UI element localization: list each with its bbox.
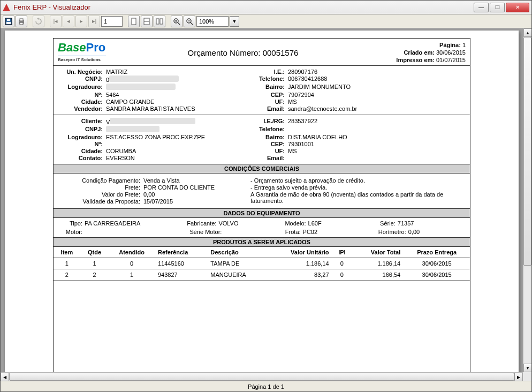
svg-rect-8 xyxy=(132,18,136,25)
svg-rect-3 xyxy=(7,19,10,21)
zoom-out-icon xyxy=(186,18,193,25)
save-button[interactable] xyxy=(3,16,14,27)
scroll-down-button[interactable]: ▼ xyxy=(523,364,531,372)
print-button[interactable] xyxy=(16,16,27,27)
table-row: 11011445160TAMPA DE1.186,1401.186,1430/0… xyxy=(54,258,470,269)
floppy-icon xyxy=(5,18,12,25)
section-cond: CONDIÇÕES COMERCIAIS xyxy=(54,164,470,174)
cond-block: Condição Pagamento:Venda a Vista Frete:P… xyxy=(54,174,470,208)
titlebar: Fenix ERP - Visualizador — ☐ ✕ xyxy=(1,1,531,14)
window-buttons: — ☐ ✕ xyxy=(474,3,529,12)
scroll-thumb[interactable] xyxy=(523,37,531,266)
company-block: Un. Negócio:MATRIZI.E.:280907176 CNPJ:0T… xyxy=(54,66,470,115)
svg-marker-7 xyxy=(37,18,39,20)
header-meta: Página: 1 Criado em: 30/06/2015 Impresso… xyxy=(369,41,466,64)
logo-block: BasePro Basepro IT Solutions xyxy=(58,41,117,64)
logo-text: BasePro xyxy=(58,41,117,55)
section-prod: PRODUTOS A SEREM APLICADOS xyxy=(54,237,470,247)
zoom-dropdown[interactable]: ▼ xyxy=(230,16,239,27)
paper: BasePro Basepro IT Solutions Orçamento N… xyxy=(5,31,519,379)
section-equip: DADOS DO EQUIPAMENTO xyxy=(54,208,470,218)
svg-line-14 xyxy=(178,22,180,25)
table-header: Item Qtde Atendido Referência Descrição … xyxy=(54,247,470,258)
two-pages-button[interactable] xyxy=(154,16,165,27)
svg-rect-5 xyxy=(20,19,23,21)
doc-title: Orçamento Número: 00051576 xyxy=(117,41,369,64)
equip-block: Tipo:PA CARREGADEIRA Fabricante:VOLVO Mo… xyxy=(54,218,470,229)
app-window: Fenix ERP - Visualizador — ☐ ✕ |◂ ◂ ▸ ▸|… xyxy=(0,0,532,392)
zoom-in-button[interactable] xyxy=(171,16,183,27)
minimize-button[interactable]: — xyxy=(474,3,489,12)
scroll-corner xyxy=(523,372,531,381)
maximize-button[interactable]: ☐ xyxy=(490,3,505,12)
scroll-up-button[interactable]: ▲ xyxy=(523,28,531,37)
prev-page-button[interactable]: ◂ xyxy=(63,16,74,27)
svg-rect-6 xyxy=(20,22,23,25)
zoom-input[interactable] xyxy=(196,16,229,27)
page-number-input[interactable] xyxy=(101,16,123,27)
first-page-button[interactable]: |◂ xyxy=(50,16,62,27)
table-row: 221943827MANGUEIRA83,270166,5430/06/2015 xyxy=(54,269,470,281)
page-icon xyxy=(130,18,138,25)
whole-page-button[interactable] xyxy=(141,16,153,27)
refresh-icon xyxy=(35,18,42,25)
viewport: BasePro Basepro IT Solutions Orçamento N… xyxy=(1,28,531,381)
logo-subtitle: Basepro IT Solutions xyxy=(58,57,117,62)
svg-rect-11 xyxy=(156,19,159,24)
statusbar: Página 1 de 1 xyxy=(1,381,531,391)
scroll-thumb-h[interactable] xyxy=(9,373,514,381)
refresh-button[interactable] xyxy=(33,16,44,27)
close-button[interactable]: ✕ xyxy=(506,3,529,12)
window-title: Fenix ERP - Visualizador xyxy=(13,3,474,11)
horizontal-scrollbar[interactable]: ◀ ▶ xyxy=(1,372,523,381)
printer-icon xyxy=(18,18,25,25)
svg-marker-0 xyxy=(3,4,10,11)
scroll-track[interactable] xyxy=(523,37,531,364)
svg-rect-12 xyxy=(160,19,163,24)
vertical-scrollbar[interactable]: ▲ ▼ xyxy=(523,28,531,372)
svg-line-18 xyxy=(191,22,193,25)
report-header: BasePro Basepro IT Solutions Orçamento N… xyxy=(54,39,470,66)
page-fit-icon xyxy=(143,18,150,25)
report-page: BasePro Basepro IT Solutions Orçamento N… xyxy=(53,38,470,376)
products-table: Item Qtde Atendido Referência Descrição … xyxy=(54,247,470,281)
scroll-right-button[interactable]: ▶ xyxy=(514,373,523,381)
pages-icon xyxy=(156,18,163,25)
scroll-track-h[interactable] xyxy=(9,373,514,381)
next-page-button[interactable]: ▸ xyxy=(75,16,87,27)
toolbar: |◂ ◂ ▸ ▸| ▼ xyxy=(1,14,531,28)
svg-rect-2 xyxy=(6,22,11,24)
zoom-out-button[interactable] xyxy=(184,16,195,27)
zoom-in-icon xyxy=(173,18,180,25)
app-icon xyxy=(3,4,10,11)
page-width-button[interactable] xyxy=(128,16,140,27)
last-page-button[interactable]: ▸| xyxy=(88,16,100,27)
client-block: Cliente:VI.E./RG:283537922 CNPJ:Telefone… xyxy=(54,115,470,164)
scroll-left-button[interactable]: ◀ xyxy=(1,373,9,381)
